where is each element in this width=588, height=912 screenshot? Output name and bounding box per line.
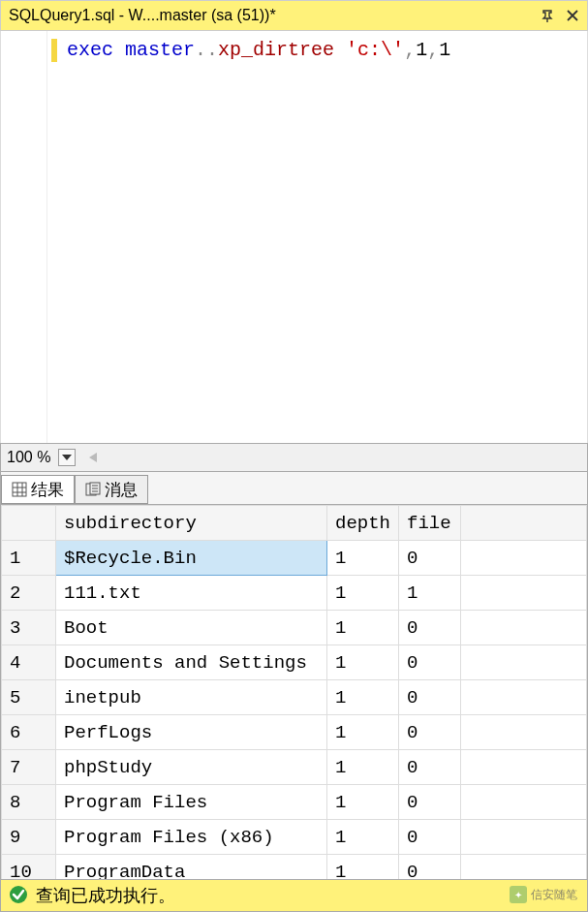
tab-messages[interactable]: 消息 — [75, 475, 148, 504]
code-token: 'c:\' — [346, 39, 404, 61]
rownum-cell[interactable]: 1 — [2, 541, 56, 576]
cell-spacer — [461, 715, 587, 750]
cell-file[interactable]: 0 — [399, 611, 461, 645]
tab-results[interactable]: 结果 — [1, 475, 75, 504]
tab-messages-label: 消息 — [105, 479, 138, 501]
table-row[interactable]: 1 $Recycle.Bin 1 0 — [2, 541, 587, 576]
cell-spacer — [461, 820, 587, 855]
cell-spacer — [461, 541, 587, 576]
table-row[interactable]: 10 ProgramData 1 0 — [2, 855, 587, 880]
cell-file[interactable]: 0 — [399, 820, 461, 855]
cell-spacer — [461, 645, 587, 680]
cell-subdirectory[interactable]: 111.txt — [56, 576, 327, 611]
sql-editor[interactable]: exec master..xp_dirtree 'c:\',1,1 — [0, 31, 588, 443]
document-tab[interactable]: SQLQuery1.sql - W....master (sa (51))* — [0, 0, 588, 31]
cell-spacer — [461, 680, 587, 715]
cell-depth[interactable]: 1 — [327, 750, 399, 785]
change-marker-icon — [51, 39, 57, 62]
rownum-cell[interactable]: 5 — [2, 680, 56, 715]
cell-file[interactable]: 0 — [399, 785, 461, 820]
cell-depth[interactable]: 1 — [327, 680, 399, 715]
col-depth[interactable]: depth — [327, 506, 399, 541]
document-tab-title: SQLQuery1.sql - W....master (sa (51))* — [9, 7, 541, 24]
cell-subdirectory[interactable]: $Recycle.Bin — [56, 541, 327, 576]
status-bar: 查询已成功执行。 ✦ 信安随笔 — [0, 879, 588, 912]
cell-spacer — [461, 750, 587, 785]
code-content[interactable]: exec master..xp_dirtree 'c:\',1,1 — [47, 31, 587, 443]
wechat-icon: ✦ — [510, 886, 527, 903]
cell-spacer — [461, 785, 587, 820]
table-row[interactable]: 7 phpStudy 1 0 — [2, 750, 587, 785]
rownum-cell[interactable]: 4 — [2, 645, 56, 680]
table-row[interactable]: 4 Documents and Settings 1 0 — [2, 645, 587, 680]
cell-spacer — [461, 855, 587, 880]
cell-file[interactable]: 0 — [399, 855, 461, 880]
cell-depth[interactable]: 1 — [327, 855, 399, 880]
code-token: .. — [195, 39, 218, 61]
rownum-cell[interactable]: 6 — [2, 715, 56, 750]
table-row[interactable]: 3 Boot 1 0 — [2, 611, 587, 645]
svg-point-10 — [10, 886, 27, 903]
cell-subdirectory[interactable]: phpStudy — [56, 750, 327, 785]
rownum-cell[interactable]: 8 — [2, 785, 56, 820]
zoom-bar: 100 % — [0, 443, 588, 472]
zoom-level: 100 % — [7, 449, 54, 466]
watermark-text: 信安随笔 — [531, 887, 577, 903]
code-token: exec — [67, 39, 113, 61]
cell-depth[interactable]: 1 — [327, 715, 399, 750]
close-icon[interactable] — [566, 9, 579, 22]
cell-file[interactable]: 1 — [399, 576, 461, 611]
cell-depth[interactable]: 1 — [327, 541, 399, 576]
watermark: ✦ 信安随笔 — [510, 886, 577, 903]
col-subdirectory[interactable]: subdirectory — [56, 506, 327, 541]
scroll-left-icon[interactable] — [85, 450, 101, 465]
cell-depth[interactable]: 1 — [327, 785, 399, 820]
cell-file[interactable]: 0 — [399, 680, 461, 715]
header-row: subdirectory depth file — [2, 506, 587, 541]
tab-controls — [541, 9, 579, 22]
cell-file[interactable]: 0 — [399, 541, 461, 576]
cell-file[interactable]: 0 — [399, 750, 461, 785]
messages-icon — [85, 482, 101, 497]
results-grid[interactable]: subdirectory depth file 1 $Recycle.Bin 1… — [0, 505, 588, 879]
cell-depth[interactable]: 1 — [327, 645, 399, 680]
results-tab-bar: 结果 消息 — [0, 472, 588, 505]
code-token: 1 — [416, 39, 427, 61]
cell-subdirectory[interactable]: Program Files (x86) — [56, 820, 327, 855]
rownum-header[interactable] — [2, 506, 56, 541]
table-row[interactable]: 2 111.txt 1 1 — [2, 576, 587, 611]
rownum-cell[interactable]: 10 — [2, 855, 56, 880]
rownum-cell[interactable]: 7 — [2, 750, 56, 785]
code-token: , — [427, 39, 439, 61]
rownum-cell[interactable]: 2 — [2, 576, 56, 611]
code-token: xp_dirtree — [218, 39, 334, 61]
svg-rect-0 — [13, 483, 26, 496]
code-token: 1 — [439, 39, 450, 61]
zoom-dropdown[interactable] — [58, 449, 76, 466]
table-row[interactable]: 8 Program Files 1 0 — [2, 785, 587, 820]
cell-depth[interactable]: 1 — [327, 820, 399, 855]
table-row[interactable]: 9 Program Files (x86) 1 0 — [2, 820, 587, 855]
cell-file[interactable]: 0 — [399, 645, 461, 680]
col-spacer — [461, 506, 587, 541]
table-row[interactable]: 5 inetpub 1 0 — [2, 680, 587, 715]
pin-icon[interactable] — [541, 9, 554, 22]
cell-file[interactable]: 0 — [399, 715, 461, 750]
cell-subdirectory[interactable]: Boot — [56, 611, 327, 645]
cell-subdirectory[interactable]: Program Files — [56, 785, 327, 820]
rownum-cell[interactable]: 9 — [2, 820, 56, 855]
tab-results-label: 结果 — [31, 479, 64, 501]
cell-subdirectory[interactable]: inetpub — [56, 680, 327, 715]
col-file[interactable]: file — [399, 506, 461, 541]
cell-depth[interactable]: 1 — [327, 611, 399, 645]
rownum-cell[interactable]: 3 — [2, 611, 56, 645]
cell-subdirectory[interactable]: ProgramData — [56, 855, 327, 880]
cell-subdirectory[interactable]: PerfLogs — [56, 715, 327, 750]
status-text: 查询已成功执行。 — [36, 884, 175, 907]
code-token: master — [125, 39, 195, 61]
cell-spacer — [461, 611, 587, 645]
cell-depth[interactable]: 1 — [327, 576, 399, 611]
cell-subdirectory[interactable]: Documents and Settings — [56, 645, 327, 680]
table-row[interactable]: 6 PerfLogs 1 0 — [2, 715, 587, 750]
line-gutter — [1, 31, 47, 443]
